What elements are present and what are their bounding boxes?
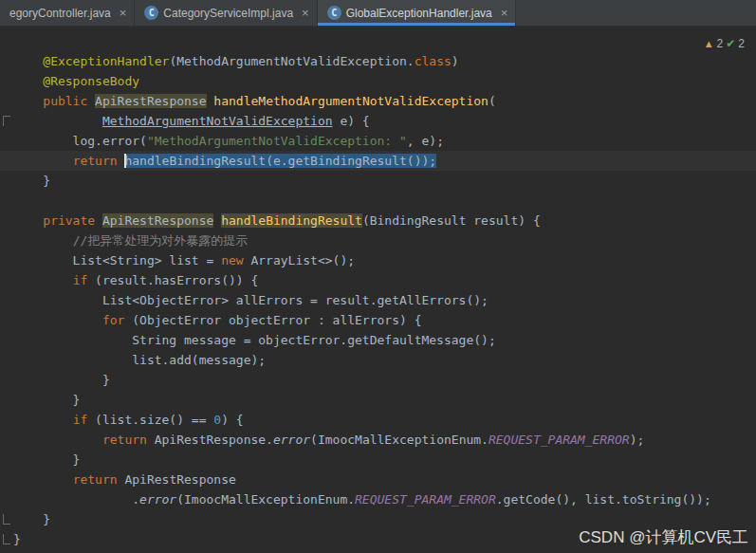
code-line: //把异常处理为对外暴露的提示	[0, 230, 756, 250]
code-line: log.error("MethodArgumentNotValidExcepti…	[0, 131, 756, 151]
code-line: }	[0, 509, 756, 529]
editor-tab-bar: egoryController.java×CCategoryServiceImp…	[0, 0, 756, 27]
editor-tab[interactable]: egoryController.java×	[0, 0, 135, 26]
close-icon[interactable]: ×	[501, 7, 508, 19]
warning-count: 2	[717, 34, 724, 54]
watermark: CSDN @计算机CV民工	[579, 527, 748, 547]
ok-icon: ✔	[726, 34, 735, 54]
tab-label: CategoryServiceImpl.java	[163, 7, 293, 20]
code-line: @ExceptionHandler(MethodArgumentNotValid…	[0, 51, 756, 71]
code-line: }	[0, 450, 756, 470]
warning-icon: ▲	[704, 34, 714, 54]
code-line: String message = objectError.getDefaultM…	[0, 330, 756, 350]
editor-tab[interactable]: CGlobalExceptionHandler.java×	[318, 0, 517, 26]
code-line: if (list.size() == 0) {	[0, 410, 756, 430]
code-line: return ApiRestResponse.error(ImoocMallEx…	[0, 430, 756, 450]
inspection-widget[interactable]: ▲ 2 ✔ 2	[704, 34, 745, 54]
class-icon: C	[144, 6, 158, 20]
fold-marker-icon[interactable]	[3, 514, 10, 525]
code-line	[0, 191, 756, 211]
code-line: }	[0, 171, 756, 191]
code-line: list.add(message);	[0, 350, 756, 370]
ok-count: 2	[738, 34, 745, 54]
code-line: if (result.hasErrors()) {	[0, 270, 756, 290]
code-area: @ExceptionHandler(MethodArgumentNotValid…	[0, 51, 756, 549]
editor-tab[interactable]: CCategoryServiceImpl.java×	[135, 0, 317, 26]
code-line: MethodArgumentNotValidException e) {	[0, 111, 756, 131]
code-line: private ApiRestResponse handleBindingRes…	[0, 211, 756, 230]
code-line: for (ObjectError objectError : allErrors…	[0, 310, 756, 330]
tab-label: egoryController.java	[9, 7, 111, 20]
fold-marker-icon[interactable]	[3, 534, 10, 544]
close-icon[interactable]: ×	[302, 7, 309, 19]
code-line: }	[0, 390, 756, 410]
code-line: return ApiRestResponse	[0, 470, 756, 489]
class-icon: C	[327, 6, 341, 20]
code-line: .error(ImoocMallExceptionEnum.REQUEST_PA…	[0, 489, 756, 509]
code-line: List<ObjectError> allErrors = result.get…	[0, 290, 756, 310]
code-line: public ApiRestResponse handleMethodArgum…	[0, 91, 756, 111]
close-icon[interactable]: ×	[120, 7, 127, 19]
code-line: }	[0, 370, 756, 390]
code-line: return handleBindingResult(e.getBindingR…	[0, 151, 756, 171]
tab-label: GlobalExceptionHandler.java	[346, 7, 492, 20]
code-line: @ResponseBody	[0, 71, 756, 91]
code-line: List<String> list = new ArrayList<>();	[0, 250, 756, 270]
fold-marker-icon[interactable]	[3, 116, 10, 126]
code-editor[interactable]: @ExceptionHandler(MethodArgumentNotValid…	[0, 27, 756, 553]
